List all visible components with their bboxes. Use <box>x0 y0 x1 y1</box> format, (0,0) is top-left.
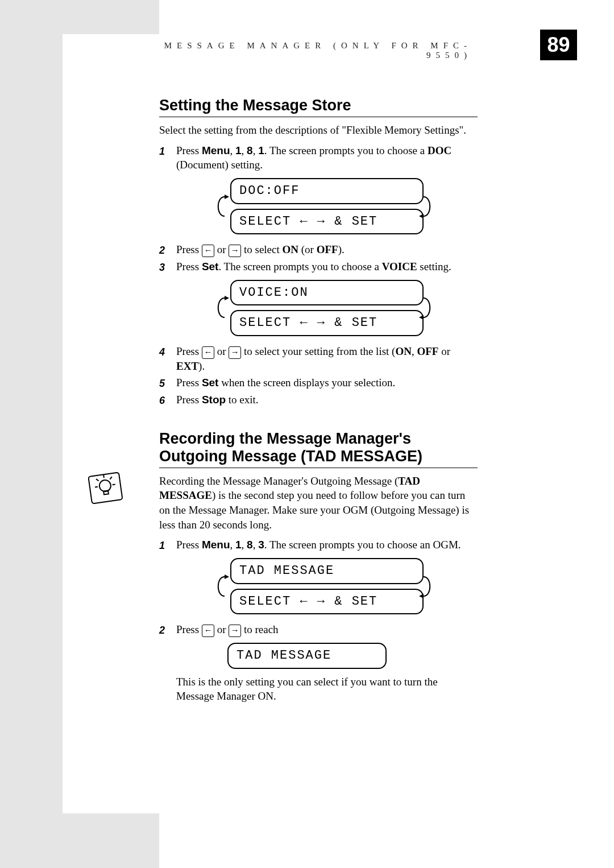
step-2: 2 Press ← or → to reach TAD MESSAGE <box>159 622 478 668</box>
section-intro: Recording the Message Manager's Outgoing… <box>159 474 478 532</box>
svg-marker-10 <box>225 296 229 300</box>
step-1: 1 Press Menu, 1, 8, 3. The screen prompt… <box>159 538 478 614</box>
svg-line-3 <box>103 474 104 478</box>
arrow-right-key-icon: → <box>229 245 241 257</box>
step-number-icon: 4 <box>159 345 171 357</box>
step-number-icon: 1 <box>159 144 171 156</box>
lcd-line: SELECT ← → & SET <box>230 310 424 336</box>
arrow-left-key-icon: ← <box>202 245 214 257</box>
svg-marker-12 <box>225 574 229 579</box>
arrow-right-key-icon: → <box>229 625 241 637</box>
lcd-line: SELECT ← → & SET <box>230 209 424 235</box>
lcd-display-doc: DOC:OFF SELECT ← → & SET <box>230 178 424 234</box>
svg-marker-8 <box>225 195 229 199</box>
steps-list-1: 1 Press Menu, 1, 8, 1. The screen prompt… <box>159 143 478 407</box>
heading-rule <box>159 468 478 468</box>
lcd-line: VOICE:ON <box>230 280 424 306</box>
page-number: 89 <box>540 30 577 60</box>
step-number-icon: 3 <box>159 261 171 272</box>
step-number-icon: 2 <box>159 623 171 635</box>
section-tad-message: Recording the Message Manager's Outgoing… <box>159 430 478 704</box>
section-intro: Select the setting from the descriptions… <box>159 123 478 138</box>
arrow-left-key-icon: ← <box>202 346 214 359</box>
manual-page: MESSAGE MANAGER (ONLY FOR MFC-9550) 89 S… <box>0 0 614 868</box>
section-heading-tad: Recording the Message Manager's Outgoing… <box>159 430 478 465</box>
step-4: 4 Press ← or → to select your setting fr… <box>159 344 478 373</box>
step-number-icon: 1 <box>159 539 171 550</box>
heading-rule <box>159 117 478 117</box>
svg-rect-0 <box>88 472 122 503</box>
step-2: 2 Press ← or → to select ON (or OFF). <box>159 242 478 257</box>
lcd-line: SELECT ← → & SET <box>230 589 424 615</box>
lcd-line: DOC:OFF <box>230 178 424 204</box>
step-number-icon: 5 <box>159 377 171 388</box>
steps-list-2: 1 Press Menu, 1, 8, 3. The screen prompt… <box>159 538 478 668</box>
svg-line-6 <box>95 487 98 487</box>
section-heading-message-store: Setting the Message Store <box>159 97 478 114</box>
lcd-line: TAD MESSAGE <box>227 643 387 669</box>
lcd-display-tad-single: TAD MESSAGE <box>227 643 387 669</box>
arrow-left-key-icon: ← <box>202 625 214 637</box>
lcd-display-voice: VOICE:ON SELECT ← → & SET <box>230 280 424 336</box>
running-header: MESSAGE MANAGER (ONLY FOR MFC-9550) <box>159 41 472 60</box>
step-1: 1 Press Menu, 1, 8, 1. The screen prompt… <box>159 143 478 235</box>
lcd-line: TAD MESSAGE <box>230 558 424 584</box>
step-3: 3 Press Set. The screen prompts you to c… <box>159 259 478 336</box>
step-number-icon: 6 <box>159 394 171 405</box>
content-column: Setting the Message Store Select the set… <box>159 97 478 704</box>
step-number-icon: 2 <box>159 243 171 255</box>
arrow-right-key-icon: → <box>229 346 241 359</box>
step-6: 6 Press Stop to exit. <box>159 392 478 407</box>
step-5: 5 Press Set when the screen displays you… <box>159 375 478 390</box>
follow-up-text: This is the only setting you can select … <box>159 675 478 704</box>
tip-lightbulb-icon <box>85 466 125 506</box>
lcd-display-tad: TAD MESSAGE SELECT ← → & SET <box>230 558 424 614</box>
svg-line-7 <box>113 485 115 485</box>
